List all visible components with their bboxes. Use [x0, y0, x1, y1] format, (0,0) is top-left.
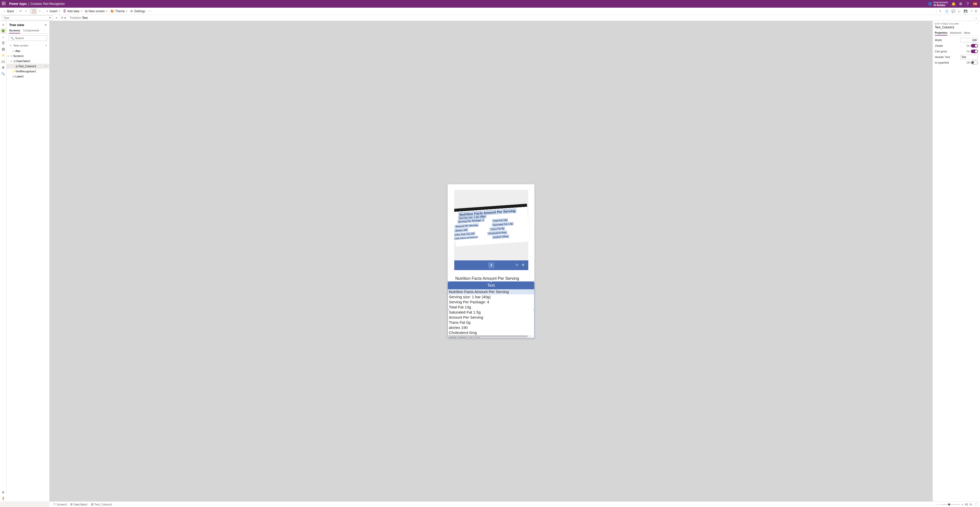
- property-selector[interactable]: Text▾: [2, 15, 52, 21]
- project-name: Contoso Text Recognizer: [31, 2, 65, 6]
- tab-properties[interactable]: Properties: [935, 31, 947, 35]
- rail-advanced-tools[interactable]: 🛠: [0, 65, 6, 70]
- palette-icon: 🎨: [110, 10, 114, 13]
- datatable-selected[interactable]: Text Nutrition Facts Amount Per Serving …: [448, 281, 535, 338]
- user-avatar[interactable]: DB: [972, 1, 978, 6]
- comments-button[interactable]: 💬: [950, 8, 957, 14]
- headertext-input[interactable]: [960, 55, 978, 59]
- undo-split[interactable]: ▾: [24, 8, 28, 14]
- table-row[interactable]: Saturated Fat 1.5g: [448, 310, 534, 315]
- breadcrumb-screen1[interactable]: ☐Screen1: [52, 503, 69, 506]
- overflow-button[interactable]: ⋯: [147, 8, 153, 14]
- tree-node-text-column1[interactable]: ▥Text_Column1⋯: [6, 64, 49, 69]
- resize-handle[interactable]: [533, 281, 535, 282]
- new-screen-button[interactable]: ⊞New screen▾: [83, 8, 109, 14]
- table-row[interactable]: Trans Fat 0g: [448, 320, 534, 325]
- rail-power-automate[interactable]: ⚡: [0, 53, 6, 58]
- clipboard-icon: 📋: [32, 10, 36, 13]
- rail-variables[interactable]: (x): [0, 59, 6, 64]
- tree-node-screen1[interactable]: ▾☐Screen1: [6, 53, 49, 59]
- tree-search-input[interactable]: 🔍Search: [9, 35, 47, 41]
- zoom-in-button[interactable]: +: [962, 503, 963, 506]
- collapse-icon[interactable]: ▾: [6, 55, 10, 57]
- upload-button[interactable]: ⬆: [488, 262, 494, 268]
- zoom-slider[interactable]: [940, 504, 960, 505]
- formula-expand-button[interactable]: ⌄: [972, 16, 980, 20]
- rail-insert[interactable]: ＋: [0, 34, 6, 40]
- rail-tree-view[interactable]: 🌳: [0, 28, 6, 34]
- rail-settings[interactable]: ⚙: [0, 489, 6, 495]
- rail-virtual-agent[interactable]: 🧍: [0, 496, 6, 501]
- paste-split[interactable]: ▾: [37, 8, 42, 14]
- publish-icon: ⎘: [975, 10, 977, 13]
- cangrow-toggle[interactable]: [971, 49, 978, 53]
- insert-button[interactable]: ＋Insert▾: [44, 8, 62, 14]
- zoom-out-button[interactable]: −: [937, 503, 938, 506]
- visible-toggle[interactable]: [971, 44, 978, 48]
- tree-node-app[interactable]: ▱App: [6, 48, 49, 53]
- search-icon: 🔍: [11, 37, 14, 40]
- width-input[interactable]: [960, 38, 978, 42]
- screen-icon: ☐: [53, 503, 56, 506]
- table-row[interactable]: Serving Per Package: 4: [448, 300, 534, 305]
- slider-thumb[interactable]: [948, 504, 950, 505]
- back-button[interactable]: ←Back: [2, 8, 16, 14]
- environment-picker[interactable]: 🌐 Environment AI Builder: [928, 1, 948, 6]
- save-split[interactable]: ▾: [969, 8, 974, 14]
- zoom-out-button[interactable]: 🔍: [515, 263, 520, 267]
- panel-close-button[interactable]: ✕: [45, 23, 47, 27]
- tab-ideas[interactable]: Ideas: [964, 31, 970, 35]
- rail-search[interactable]: 🔍: [0, 71, 6, 77]
- table-row[interactable]: Total Fat 13g: [448, 305, 534, 310]
- breadcrumb-textcolumn1[interactable]: ▥Text_Column1: [89, 503, 114, 506]
- preview-button[interactable]: ▷: [957, 8, 962, 14]
- table-row[interactable]: Cholesterol 0mg: [448, 330, 534, 335]
- save-button[interactable]: 💾: [962, 8, 969, 14]
- gear-icon: ⚙: [130, 10, 133, 13]
- rail-data[interactable]: 🗄: [0, 40, 6, 46]
- help-icon[interactable]: ?: [964, 0, 971, 7]
- tree-node-textrecognizer1[interactable]: ✨TextRecognizer1: [6, 69, 49, 74]
- settings-gear-icon[interactable]: ⚙: [957, 0, 964, 7]
- table-row[interactable]: Serving size: 1 bar (40g): [448, 294, 534, 300]
- scrollbar-thumb[interactable]: [449, 335, 528, 337]
- ellipsis-icon: ⋯: [148, 10, 151, 13]
- rail-hamburger[interactable]: ≡: [0, 22, 6, 28]
- node-more-button[interactable]: ⋯: [43, 64, 48, 68]
- collapse-icon[interactable]: ▾: [10, 60, 13, 62]
- resize-handle[interactable]: [533, 337, 535, 339]
- add-data-button[interactable]: 🗄Add data▾: [62, 8, 83, 14]
- resize-handle[interactable]: [447, 309, 449, 311]
- fit-to-window-button[interactable]: ⛶: [975, 503, 978, 506]
- formula-input[interactable]: ThisItem.Text: [67, 16, 972, 20]
- tree-node-label1[interactable]: ☑Label1: [6, 74, 49, 79]
- share-button[interactable]: ⇪: [937, 8, 943, 14]
- hyperlink-toggle[interactable]: [971, 61, 978, 64]
- table-row[interactable]: Amount Per Serving: [448, 315, 534, 320]
- theme-button[interactable]: 🎨Theme▾: [109, 8, 129, 14]
- canvas[interactable]: Nutrition Facts Amount Per Serving Servi…: [49, 21, 932, 501]
- zoom-in-button[interactable]: 🔍: [522, 263, 526, 267]
- resize-handle[interactable]: [447, 281, 449, 282]
- new-screen-button[interactable]: ＋New screen▾: [6, 42, 49, 48]
- tree-node-datatable1[interactable]: ▾⊞DataTable1: [6, 59, 49, 64]
- tree-view-panel: Tree view ✕ Screens Components 🔍Search ＋…: [6, 21, 49, 501]
- app-checker-button[interactable]: 🩺: [943, 8, 950, 14]
- app-launcher-icon[interactable]: [2, 2, 6, 6]
- rail-media[interactable]: 🖼: [0, 46, 6, 52]
- publish-button[interactable]: ⎘: [974, 8, 978, 14]
- undo-button[interactable]: ↶: [18, 8, 24, 14]
- tab-components[interactable]: Components: [23, 28, 39, 33]
- tab-advanced[interactable]: Advanced: [950, 31, 961, 35]
- horizontal-scrollbar[interactable]: [449, 335, 531, 337]
- chevron-right-icon[interactable]: ›: [977, 22, 978, 25]
- resize-handle[interactable]: [533, 309, 535, 311]
- settings-button[interactable]: ⚙Settings: [129, 8, 146, 14]
- notifications-icon[interactable]: 🔔: [950, 0, 957, 7]
- breadcrumb-datatable1[interactable]: ⊞DataTable1: [69, 503, 89, 506]
- table-row[interactable]: alories 190: [448, 325, 534, 330]
- table-row[interactable]: Nutrition Facts Amount Per Serving: [448, 289, 534, 294]
- resize-handle[interactable]: [490, 281, 492, 282]
- tab-screens[interactable]: Screens: [9, 28, 20, 33]
- paste-button[interactable]: 📋: [30, 8, 37, 14]
